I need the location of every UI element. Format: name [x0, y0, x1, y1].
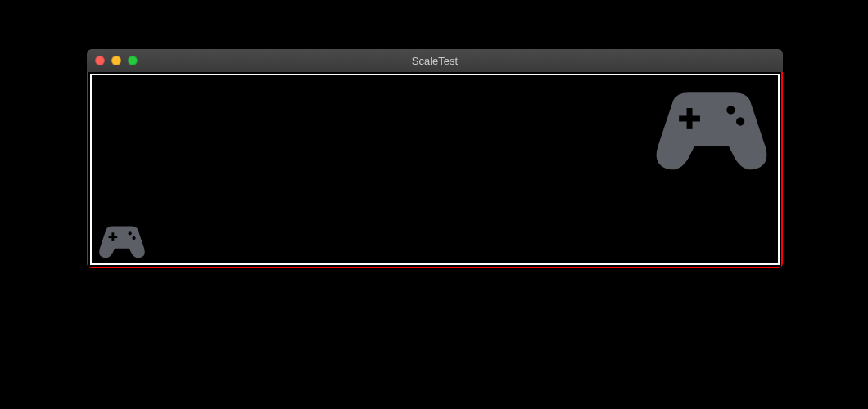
- app-window: ScaleTest: [87, 49, 783, 268]
- svg-point-7: [736, 117, 744, 125]
- svg-rect-5: [679, 115, 700, 121]
- gamepad-icon: [650, 80, 773, 174]
- content-area: [87, 72, 783, 268]
- svg-point-6: [726, 106, 735, 114]
- window-title: ScaleTest: [87, 55, 783, 67]
- titlebar[interactable]: ScaleTest: [87, 49, 783, 72]
- close-button[interactable]: [95, 56, 105, 65]
- gamepad-icon: [97, 221, 147, 260]
- maximize-button[interactable]: [128, 56, 138, 65]
- svg-point-2: [129, 231, 132, 235]
- window-controls: [87, 56, 138, 65]
- svg-point-3: [132, 236, 135, 240]
- svg-rect-1: [109, 236, 118, 238]
- inner-frame: [90, 74, 780, 265]
- minimize-button[interactable]: [111, 56, 121, 65]
